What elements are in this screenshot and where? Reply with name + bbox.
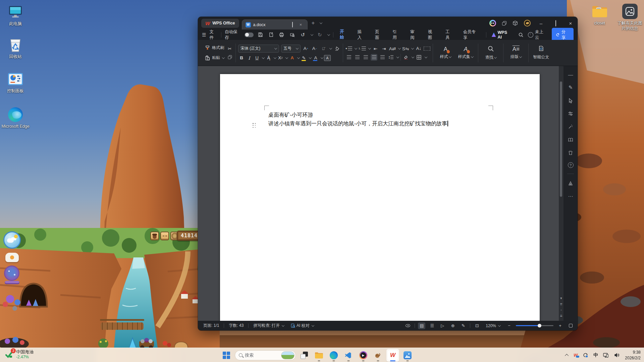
game-weather-bubble[interactable] (3, 231, 21, 249)
paragraph-drag-handle[interactable] (253, 123, 256, 128)
word-count[interactable]: 字数: 43 (227, 323, 246, 328)
print-icon[interactable] (278, 32, 285, 38)
wps-ai-button[interactable]: WPS AI (492, 30, 512, 40)
align-center-button[interactable] (354, 54, 361, 61)
edit-pen-icon[interactable]: ✎ (567, 84, 574, 91)
style-set-button[interactable]: A 样式集 (455, 43, 476, 63)
magic-wand-icon[interactable] (567, 123, 574, 130)
line-spacing-button[interactable]: ↕ (387, 54, 394, 61)
more-options-icon[interactable]: ⋯ (567, 193, 574, 200)
read-mode-icon[interactable]: ▷ (439, 322, 446, 329)
typeset-button[interactable]: A≡ 排版 (506, 43, 526, 63)
workspace-cube-icon[interactable] (513, 20, 518, 26)
document-text-line2[interactable]: 讲述小镇青年遇到一只会说话的地鼠-小可，开启大江南北挖矿找宝物的故事 (268, 120, 448, 127)
next-page-icon[interactable]: ⇊ (559, 314, 564, 317)
autosave-toggle[interactable] (245, 33, 254, 37)
document-tab[interactable]: W a.docx × (242, 19, 308, 29)
volume-icon[interactable] (614, 353, 620, 358)
desktop-icon-photo-info[interactable]: 了解有关此图 片的信息 (616, 3, 644, 31)
char-accent-button[interactable]: Ą̈ (265, 55, 272, 61)
page-area[interactable]: 桌面有矿-小可环游 讲述小镇青年遇到一只会说话的地鼠-小可，开启大江南北挖矿找宝… (198, 66, 559, 321)
help-icon[interactable]: ? (568, 162, 574, 168)
hamburger-icon[interactable]: ☰ (202, 32, 206, 38)
align-right-button[interactable] (362, 54, 369, 61)
wps-home-tab[interactable]: W WPS Office (201, 19, 239, 28)
copy-icon[interactable] (226, 54, 233, 61)
ai-assistant-icon[interactable] (489, 20, 496, 26)
close-button[interactable]: × (566, 20, 575, 26)
page-indicator[interactable]: 页面: 1/1 (201, 323, 221, 328)
increase-font-icon[interactable]: A+ (303, 45, 309, 52)
wrap-icon[interactable]: S⇋ (402, 45, 409, 52)
game-cat-item[interactable] (5, 253, 19, 262)
member-icon[interactable] (524, 20, 531, 26)
select-cursor-icon[interactable] (567, 97, 574, 104)
outline-view-icon[interactable]: ☰ (428, 322, 436, 329)
tab-grid-icon[interactable] (424, 47, 430, 51)
skin-theme-icon[interactable] (567, 149, 574, 157)
tab-close-icon[interactable]: × (298, 22, 304, 27)
taskbar-search[interactable]: 搜索 (235, 350, 296, 360)
tab-split-icon[interactable] (289, 22, 296, 27)
numbered-list-button[interactable]: 1. (359, 45, 366, 52)
clear-format-icon[interactable] (334, 45, 340, 52)
game-app-button[interactable] (372, 349, 384, 362)
borders-button[interactable] (416, 54, 422, 61)
web-view-icon[interactable]: ⊕ (449, 322, 457, 329)
scrollbar-thumb[interactable] (560, 81, 562, 197)
previous-page-icon[interactable]: ⇈ (559, 303, 564, 306)
tab-list-chevron[interactable] (319, 21, 322, 24)
desktop-icon-recycle-bin[interactable]: 回收站 (1, 37, 30, 60)
decrease-font-icon[interactable]: A− (311, 45, 318, 52)
undo-icon[interactable]: ↺ (299, 32, 307, 38)
wps-app-button[interactable]: W (386, 349, 399, 362)
align-left-button[interactable] (345, 54, 352, 61)
zoom-level[interactable]: 120% (484, 323, 502, 328)
distribute-button[interactable] (379, 54, 386, 61)
bold-button[interactable]: B (238, 55, 245, 61)
resource-book-icon[interactable] (567, 136, 574, 143)
network-display-icon[interactable] (603, 353, 609, 358)
document-text-line1[interactable]: 桌面有矿-小可环游 (268, 112, 313, 119)
find-button[interactable]: 查找 (481, 43, 501, 63)
tray-clock[interactable]: 9:38 2026/2/2 (625, 350, 641, 360)
game-widget[interactable]: 418142 (0, 228, 220, 348)
increase-indent-icon[interactable]: ⇥ (381, 45, 387, 52)
game-button-character[interactable] (150, 232, 159, 240)
phonetic-guide-icon[interactable]: 变̈ (320, 45, 327, 52)
desktop-icon-edge[interactable]: Microsoft Edge (1, 107, 30, 129)
eye-protect-icon[interactable] (404, 322, 412, 329)
annotate-pen-icon[interactable]: ✎ (460, 322, 467, 329)
fit-page-icon[interactable]: ⊡ (473, 322, 481, 329)
font-color-button[interactable]: A (312, 55, 319, 61)
plugin-icon[interactable] (567, 180, 574, 187)
text-effect-button[interactable]: A (289, 55, 296, 61)
char-shading-button[interactable]: A (324, 55, 331, 61)
shading-button[interactable] (402, 54, 409, 61)
browse-object-icon[interactable]: ▫ (559, 308, 564, 312)
redo-chevron[interactable] (327, 33, 330, 36)
stock-ticker-widget[interactable]: 3 中国海油 -2.47% (5, 349, 34, 360)
spellcheck-status[interactable]: 拼写检查: 打开 (251, 323, 286, 328)
zoom-out-icon[interactable]: − (505, 322, 513, 329)
underline-button[interactable]: U (254, 55, 260, 61)
file-explorer-button[interactable] (313, 349, 325, 362)
collapse-icon[interactable]: — (567, 71, 574, 78)
format-painter-button[interactable]: 格式刷 (203, 44, 226, 52)
edge-button[interactable] (327, 349, 340, 362)
export-icon[interactable] (267, 32, 275, 38)
cloud-status[interactable]: 未上云 (528, 29, 547, 41)
justify-button[interactable] (371, 54, 377, 61)
print-preview-icon[interactable] (288, 32, 296, 38)
wps-cloud-tray-icon[interactable]: W (574, 353, 578, 358)
smart-doc-button[interactable]: 智能公文 (531, 43, 551, 63)
desktop-icon-control-panel[interactable]: 控制面板 (1, 71, 30, 94)
bullet-list-button[interactable]: ● (345, 45, 352, 52)
adjust-sliders-icon[interactable] (567, 110, 574, 117)
save-icon[interactable] (257, 32, 264, 38)
desktop-icon-closet-folder[interactable]: W closet (588, 3, 612, 26)
undo-chevron[interactable] (310, 33, 313, 36)
new-tab-button[interactable]: + (310, 20, 316, 26)
font-name-select[interactable]: 宋体 (正文) (238, 45, 279, 53)
highlight-button[interactable]: ✎ (301, 55, 307, 61)
